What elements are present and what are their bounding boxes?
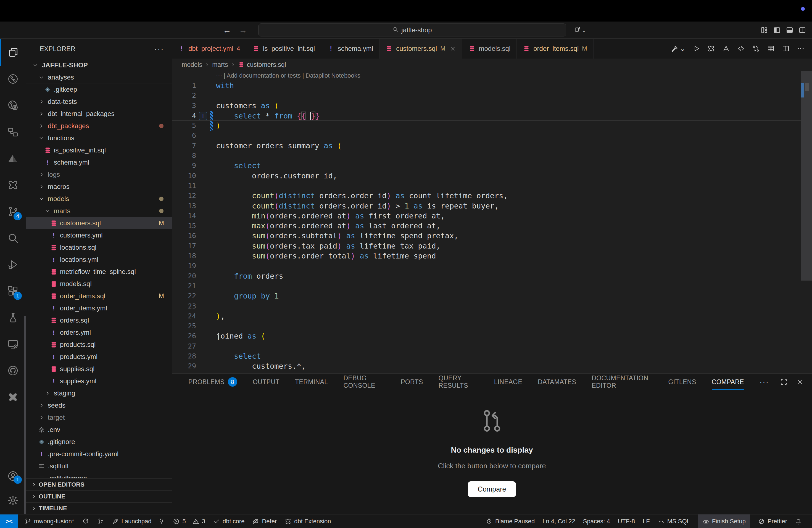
compare-button[interactable]: Compare: [468, 481, 516, 497]
panel-tab-lineage[interactable]: LINEAGE: [494, 373, 523, 390]
code-line-6[interactable]: 6: [172, 131, 812, 141]
code-line-9[interactable]: 9 select: [172, 161, 812, 171]
compiled-code-button[interactable]: [737, 44, 745, 53]
activity-dbt-power-user[interactable]: [0, 172, 26, 198]
dbt-power-user-button[interactable]: [707, 44, 715, 53]
code-line-24[interactable]: 24),: [172, 311, 812, 321]
tree-file-customers.sql[interactable]: customers.sqlM: [26, 217, 172, 229]
status-notifications[interactable]: [795, 518, 802, 525]
nav-forward-button[interactable]: →: [237, 25, 249, 35]
panel-tab-problems[interactable]: PROBLEMS8: [188, 373, 237, 390]
code-line-14[interactable]: 14 min(orders.ordered_at) as first_order…: [172, 211, 812, 221]
sqlfluff-button[interactable]: [722, 44, 730, 53]
layout-bottom-button[interactable]: [785, 26, 794, 34]
tree-file-is_positive_int.sql[interactable]: is_positive_int.sql: [26, 144, 172, 156]
codelens-row[interactable]: ··· | Add documentation or tests | Datap…: [172, 71, 812, 80]
section-outline[interactable]: OUTLINE: [26, 490, 172, 502]
panel-tab-gitlens[interactable]: GITLENS: [668, 373, 696, 390]
code-line-22[interactable]: 22 group by 1: [172, 291, 812, 301]
activity-git-graph[interactable]: [0, 66, 26, 92]
tree-file-locations.sql[interactable]: locations.sql: [26, 241, 172, 253]
code-line-25[interactable]: 25: [172, 321, 812, 331]
activity-testing[interactable]: [0, 304, 26, 331]
code-line-13[interactable]: 13 count(distinct orders.order_id) > 1 a…: [172, 201, 812, 211]
code-line-27[interactable]: 27: [172, 341, 812, 351]
status-dbt-core[interactable]: dbt core: [213, 518, 245, 525]
panel-tab-datamates[interactable]: DATAMATES: [538, 373, 576, 390]
tree-file-metricflow_time_spine.sql[interactable]: metricflow_time_spine.sql: [26, 266, 172, 278]
status-dbt-extension[interactable]: dbt Extension: [285, 518, 331, 525]
tree-folder-JAFFLE-SHOP[interactable]: JAFFLE-SHOP: [26, 59, 172, 71]
layout-customize-button[interactable]: [760, 26, 768, 34]
code-line-11[interactable]: 11: [172, 181, 812, 191]
status-worktree[interactable]: [97, 518, 104, 525]
status-sync[interactable]: [82, 518, 89, 525]
activity-related-views[interactable]: [0, 119, 26, 145]
explorer-more-actions[interactable]: ···: [154, 44, 164, 54]
tree-file-models.sql[interactable]: models.sql: [26, 278, 172, 290]
panel-tab-output[interactable]: OUTPUT: [253, 373, 279, 390]
activity-remote-explorer[interactable]: [0, 331, 26, 357]
status-launchpad[interactable]: Launchpad: [112, 518, 165, 525]
tree-file-.pre-commit-config.yaml[interactable]: !.pre-commit-config.yaml: [26, 448, 172, 460]
tree-file-order_items.yml[interactable]: !order_items.yml: [26, 302, 172, 314]
tree-file-orders.yml[interactable]: !orders.yml: [26, 326, 172, 339]
code-line-12[interactable]: 12 count(distinct orders.order_id) as co…: [172, 191, 812, 201]
tree-file-order_items.sql[interactable]: order_items.sqlM: [26, 290, 172, 302]
code-line-3[interactable]: 3customers as (: [172, 101, 812, 111]
breadcrumb-marts[interactable]: marts: [212, 61, 228, 69]
status-blame[interactable]: Blame Paused: [485, 518, 535, 525]
activity-explorer[interactable]: [0, 39, 26, 66]
query-results-button[interactable]: [767, 44, 775, 53]
activity-github[interactable]: [0, 357, 26, 384]
tree-folder-staging[interactable]: staging: [26, 387, 172, 399]
tree-file-supplies.yml[interactable]: !supplies.yml: [26, 375, 172, 387]
tree-folder-dbt_internal_packages[interactable]: dbt_internal_packages: [26, 108, 172, 120]
tab-models.sql[interactable]: models.sql: [462, 39, 517, 59]
tree-file-schema.yml[interactable]: !schema.yml: [26, 156, 172, 168]
activity-git-graph-alt[interactable]: [0, 92, 26, 119]
code-editor[interactable]: ··· | Add documentation or tests | Datap…: [172, 71, 812, 373]
status-problems[interactable]: 53: [173, 518, 205, 525]
tree-folder-macros[interactable]: macros: [26, 180, 172, 193]
status-eol[interactable]: LF: [643, 518, 650, 525]
split-editor-button[interactable]: [782, 44, 790, 53]
status-prettier[interactable]: Prettier: [758, 518, 787, 525]
panel-tab-query-results[interactable]: QUERY RESULTS: [439, 373, 479, 390]
code-line-17[interactable]: 17 sum(orders.tax_paid) as lifetime_tax_…: [172, 241, 812, 251]
remote-indicator[interactable]: ><: [0, 514, 18, 528]
code-line-18[interactable]: 18 sum(orders.order_total) as lifetime_s…: [172, 251, 812, 261]
activity-search[interactable]: [0, 225, 26, 251]
code-line-26[interactable]: 26joined as (: [172, 331, 812, 341]
tree-file-.env[interactable]: .env: [26, 424, 172, 436]
code-line-7[interactable]: 7customer_orders_summary as (: [172, 141, 812, 151]
code-line-29[interactable]: 29 customers.*,: [172, 361, 812, 371]
code-line-10[interactable]: 10 orders.customer_id,: [172, 171, 812, 181]
tab-is_positive_int.sql[interactable]: is_positive_int.sql: [246, 39, 321, 59]
git-compare-button[interactable]: [752, 44, 760, 53]
activity-settings[interactable]: [0, 488, 26, 513]
layout-left-button[interactable]: [773, 26, 781, 34]
code-line-5[interactable]: 5): [172, 121, 812, 131]
activity-run-and-debug[interactable]: [0, 251, 26, 278]
tab-dbt_project.yml[interactable]: !dbt_project.yml4: [172, 39, 246, 59]
tree-folder-functions[interactable]: functions: [26, 132, 172, 144]
tree-file-.sqlfluff[interactable]: .sqlfluff: [26, 460, 172, 472]
sidebar-scrollbar[interactable]: [24, 316, 26, 514]
code-line-4[interactable]: 4+ select * from {{ }}: [172, 111, 812, 121]
nav-back-button[interactable]: ←: [221, 25, 233, 35]
tab-order_items.sql[interactable]: order_items.sqlM: [517, 39, 593, 59]
tree-file-.gitignore[interactable]: .gitignore: [26, 436, 172, 448]
tree-folder-marts[interactable]: marts: [26, 205, 172, 217]
section-timeline[interactable]: TIMELINE: [26, 502, 172, 514]
tree-folder-seeds[interactable]: seeds: [26, 399, 172, 411]
dbt-build-button[interactable]: ⌄: [671, 44, 685, 53]
gutter-add-button[interactable]: +: [199, 112, 207, 120]
code-line-20[interactable]: 20 from orders: [172, 271, 812, 281]
section-open-editors[interactable]: OPEN EDITORS: [26, 479, 172, 490]
panel-tab-debug-console[interactable]: DEBUG CONSOLE: [343, 373, 385, 390]
tree-file-.gitkeep[interactable]: .gitkeep: [26, 84, 172, 96]
code-line-8[interactable]: 8: [172, 151, 812, 161]
breadcrumb-file[interactable]: customers.sql: [238, 61, 286, 69]
breadcrumb[interactable]: modelsmartscustomers.sql: [172, 59, 812, 71]
